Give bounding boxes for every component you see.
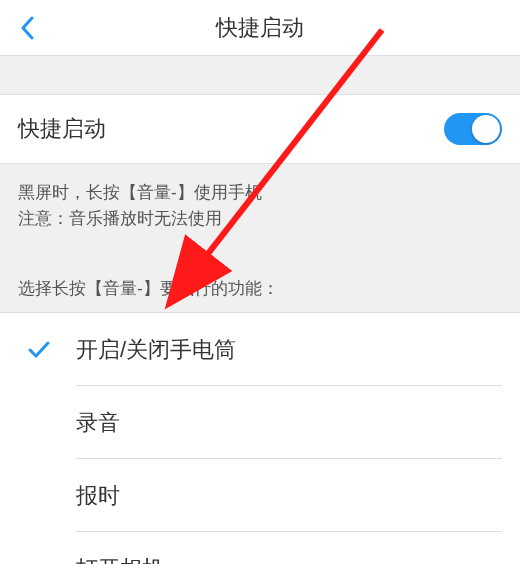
- description-line-2: 注意：音乐播放时无法使用: [18, 206, 502, 232]
- chevron-left-icon: [20, 16, 34, 40]
- option-label: 开启/关闭手电筒: [76, 335, 236, 365]
- option-label: 录音: [76, 408, 120, 438]
- description-line-1: 黑屏时，长按【音量-】使用手机: [18, 180, 502, 206]
- switch-knob: [472, 115, 500, 143]
- section-hint: 选择长按【音量-】要执行的功能：: [0, 231, 520, 312]
- quick-launch-switch[interactable]: [444, 113, 502, 145]
- description-block: 黑屏时，长按【音量-】使用手机 注意：音乐播放时无法使用: [0, 164, 520, 231]
- page-title: 快捷启动: [216, 13, 304, 43]
- quick-launch-label: 快捷启动: [18, 114, 106, 144]
- option-list: 开启/关闭手电筒 录音 报时 打开相机: [0, 312, 520, 564]
- back-button[interactable]: [12, 13, 42, 43]
- option-label: 报时: [76, 481, 120, 511]
- option-label: 打开相机: [76, 554, 164, 565]
- option-camera[interactable]: 打开相机: [0, 532, 520, 564]
- option-record[interactable]: 录音: [0, 386, 520, 459]
- quick-launch-toggle-row[interactable]: 快捷启动: [0, 94, 520, 164]
- option-time[interactable]: 报时: [0, 459, 520, 532]
- header: 快捷启动: [0, 0, 520, 56]
- option-flashlight[interactable]: 开启/关闭手电筒: [0, 313, 520, 386]
- check-icon: [26, 337, 52, 363]
